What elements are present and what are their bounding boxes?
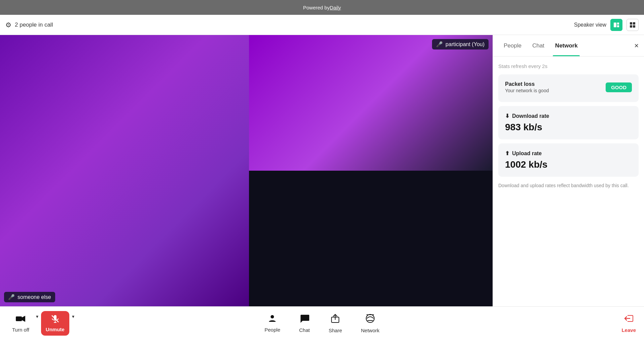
right-video-area: 🎤 participant (You) (249, 35, 493, 306)
upload-rate-label: Upload rate (512, 150, 542, 157)
chat-icon (300, 314, 309, 325)
leave-icon (624, 314, 634, 325)
svg-rect-1 (617, 23, 619, 25)
svg-point-13 (271, 315, 274, 318)
speaker-view-button[interactable] (610, 19, 622, 31)
header: ⚙ 2 people in call Speaker view (0, 15, 644, 35)
mic-chevron[interactable]: ▾ (71, 312, 76, 320)
sidebar: People Chat Network × Stats refresh ever… (493, 35, 644, 306)
daily-link[interactable]: Daily (330, 5, 341, 10)
bandwidth-note: Download and upload rates reflect bandwi… (498, 182, 639, 189)
tab-underline (553, 55, 580, 56)
tab-network[interactable]: Network (550, 40, 583, 52)
powered-by-text: Powered by (303, 5, 330, 10)
upload-rate-value: 1002 kb/s (505, 159, 632, 170)
camera-button[interactable]: Turn off (8, 312, 33, 335)
tab-chat[interactable]: Chat (527, 40, 550, 52)
main-content: 🎤 someone else 🎤 participant (You) Peopl… (0, 35, 644, 306)
svg-rect-4 (633, 22, 635, 25)
video-top: 🎤 someone else 🎤 participant (You) (0, 35, 493, 306)
participant-name: participant (You) (445, 41, 485, 47)
download-icon: ⬇ (505, 113, 509, 119)
toolbar-center: People Chat Share (260, 311, 383, 336)
download-rate-label: Download rate (512, 113, 549, 119)
people-icon (268, 314, 277, 325)
download-rate-card: ⬇ Download rate 983 kb/s (498, 106, 639, 139)
toolbar-left: Turn off ▾ Unmute ▾ (8, 311, 76, 336)
mute-icon: 🎤 (8, 294, 15, 300)
download-rate-header: ⬇ Download rate (505, 113, 632, 119)
good-badge: GOOD (606, 82, 632, 92)
svg-rect-7 (16, 316, 22, 321)
main-video-label: 🎤 someone else (4, 292, 55, 302)
packet-loss-subtitle: Your network is good (505, 88, 549, 93)
leave-label: Leave (621, 327, 636, 333)
network-icon (365, 314, 375, 326)
camera-icon (16, 314, 25, 325)
close-button[interactable]: × (634, 42, 639, 49)
svg-point-16 (366, 314, 374, 322)
share-icon (331, 314, 340, 326)
grid-view-button[interactable] (627, 19, 639, 31)
packet-loss-title: Packet loss (505, 81, 549, 87)
unmute-label: Unmute (46, 327, 65, 332)
svg-rect-2 (617, 25, 619, 27)
people-button[interactable]: People (260, 312, 284, 335)
svg-rect-0 (614, 23, 616, 27)
stats-refresh-text: Stats refresh every 2s (498, 63, 639, 69)
download-rate-value: 983 kb/s (505, 122, 632, 133)
sidebar-tabs: People Chat Network × (493, 35, 644, 57)
people-label: People (264, 327, 280, 333)
video-area: 🎤 someone else 🎤 participant (You) (0, 35, 493, 306)
packet-loss-info: Packet loss Your network is good (505, 81, 549, 93)
speaker-view-label: Speaker view (574, 22, 606, 28)
main-video: 🎤 someone else (0, 35, 249, 306)
svg-rect-5 (630, 25, 632, 28)
share-label: Share (329, 328, 342, 333)
svg-rect-6 (633, 25, 635, 28)
gear-icon: ⚙ (5, 21, 11, 29)
participant-video-label: 🎤 participant (You) (432, 39, 489, 49)
chat-button[interactable]: Chat (295, 311, 314, 336)
turn-off-label: Turn off (12, 327, 29, 333)
network-label: Network (361, 328, 380, 333)
upload-icon: ⬆ (505, 150, 509, 157)
people-count: 2 people in call (15, 22, 53, 28)
packet-loss-card: Packet loss Your network is good GOOD (498, 74, 639, 102)
participant-mute-icon: 🎤 (436, 41, 443, 47)
share-button[interactable]: Share (325, 311, 346, 336)
header-left: ⚙ 2 people in call (5, 21, 53, 29)
unmute-button[interactable]: Unmute (41, 311, 69, 336)
participant-video: 🎤 participant (You) (249, 35, 493, 171)
chat-label: Chat (299, 327, 310, 333)
bottom-toolbar: Turn off ▾ Unmute ▾ (0, 306, 644, 340)
sidebar-content: Stats refresh every 2s Packet loss Your … (493, 57, 644, 306)
header-right: Speaker view (574, 19, 639, 31)
main-participant-name: someone else (17, 294, 51, 300)
network-button[interactable]: Network (357, 311, 384, 336)
upload-rate-card: ⬆ Upload rate 1002 kb/s (498, 143, 639, 177)
video-dark-bg (249, 171, 493, 306)
camera-chevron[interactable]: ▾ (35, 312, 40, 320)
svg-marker-8 (22, 316, 25, 322)
svg-rect-3 (630, 22, 632, 25)
leave-button[interactable]: Leave (621, 314, 636, 333)
upload-rate-header: ⬆ Upload rate (505, 150, 632, 157)
mute-slash-icon (51, 314, 60, 325)
top-bar: Powered by Daily (0, 0, 644, 15)
tab-people[interactable]: People (498, 40, 527, 52)
packet-loss-header: Packet loss Your network is good GOOD (505, 81, 632, 93)
toolbar-right: Leave (621, 314, 636, 333)
